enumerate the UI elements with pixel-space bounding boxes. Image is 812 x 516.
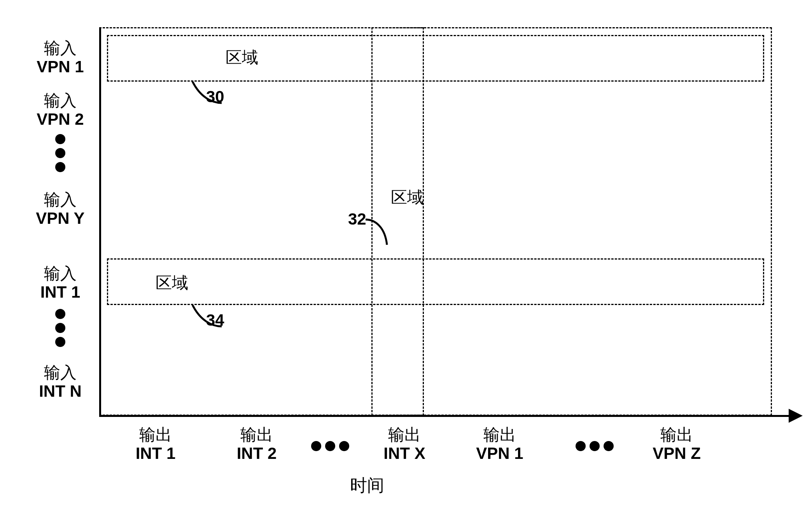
x-label-cn: 输出 bbox=[139, 425, 172, 444]
dot-icon bbox=[325, 441, 335, 451]
x-label-code: VPN Z bbox=[653, 444, 701, 462]
dot-icon bbox=[311, 441, 321, 451]
x-label-cn: 输出 bbox=[388, 425, 421, 444]
y-label-cn: 输入 bbox=[44, 39, 77, 57]
x-axis-title: 时间 bbox=[350, 474, 384, 497]
region-34-leader bbox=[189, 305, 224, 332]
dot-icon bbox=[339, 441, 349, 451]
dot-icon bbox=[55, 337, 65, 347]
x-label-vpn1: 输出 VPN 1 bbox=[463, 425, 537, 463]
dot-icon bbox=[55, 148, 65, 158]
y-ellipsis-vpn bbox=[55, 134, 65, 172]
y-label-cn: 输入 bbox=[44, 264, 77, 282]
x-label-cn: 输出 bbox=[240, 425, 273, 444]
x-label-cn: 输出 bbox=[660, 425, 693, 444]
dot-icon bbox=[604, 441, 614, 451]
region-34-label: 区域 bbox=[156, 272, 188, 294]
x-label-code: VPN 1 bbox=[476, 444, 523, 462]
x-label-intx: 输出 INT X bbox=[369, 425, 439, 463]
y-label-vpny: 输入 VPN Y bbox=[27, 190, 93, 228]
x-ellipsis-int bbox=[311, 441, 349, 451]
region-30-label: 区域 bbox=[226, 47, 258, 68]
y-label-cn: 输入 bbox=[44, 363, 77, 382]
x-axis-arrowhead bbox=[789, 409, 803, 423]
region-32-label: 区域 bbox=[391, 187, 424, 208]
region-30-leader bbox=[189, 82, 224, 109]
x-label-code: INT 1 bbox=[136, 444, 176, 462]
dot-icon bbox=[590, 441, 600, 451]
x-label-int2: 输出 INT 2 bbox=[224, 425, 290, 463]
y-label-code: VPN 1 bbox=[37, 58, 84, 76]
y-label-vpn1: 输入 VPN 1 bbox=[27, 39, 93, 77]
y-label-code: VPN 2 bbox=[37, 110, 84, 128]
y-label-code: VPN Y bbox=[36, 209, 84, 227]
y-label-cn: 输入 bbox=[44, 190, 77, 209]
y-ellipsis-int bbox=[55, 309, 65, 347]
region-30-band bbox=[107, 35, 764, 82]
x-label-cn: 输出 bbox=[483, 425, 516, 444]
x-label-int1: 输出 INT 1 bbox=[122, 425, 189, 463]
x-label-code: INT 2 bbox=[237, 444, 277, 462]
y-label-code: INT 1 bbox=[40, 283, 80, 301]
diagram-stage: 区域 30 区域 32 区域 34 输入 VPN 1 输入 VPN 2 输入 V… bbox=[0, 0, 812, 516]
region-32-number: 32 bbox=[348, 210, 366, 228]
region-32-leader bbox=[366, 208, 393, 247]
x-label-code: INT X bbox=[383, 444, 425, 462]
dot-icon bbox=[55, 323, 65, 333]
y-axis-line bbox=[99, 27, 101, 416]
dot-icon bbox=[55, 309, 65, 319]
y-label-cn: 输入 bbox=[44, 91, 77, 110]
x-ellipsis-vpn bbox=[576, 441, 614, 451]
dot-icon bbox=[55, 162, 65, 172]
y-label-int1: 输入 INT 1 bbox=[27, 264, 93, 302]
y-label-intn: 输入 INT N bbox=[27, 363, 93, 401]
y-label-code: INT N bbox=[39, 382, 82, 400]
x-label-vpnz: 输出 VPN Z bbox=[638, 425, 716, 463]
dot-icon bbox=[55, 134, 65, 144]
y-label-vpn2: 输入 VPN 2 bbox=[27, 91, 93, 129]
region-34-band bbox=[107, 258, 764, 305]
dot-icon bbox=[576, 441, 586, 451]
x-axis-line bbox=[99, 415, 789, 417]
